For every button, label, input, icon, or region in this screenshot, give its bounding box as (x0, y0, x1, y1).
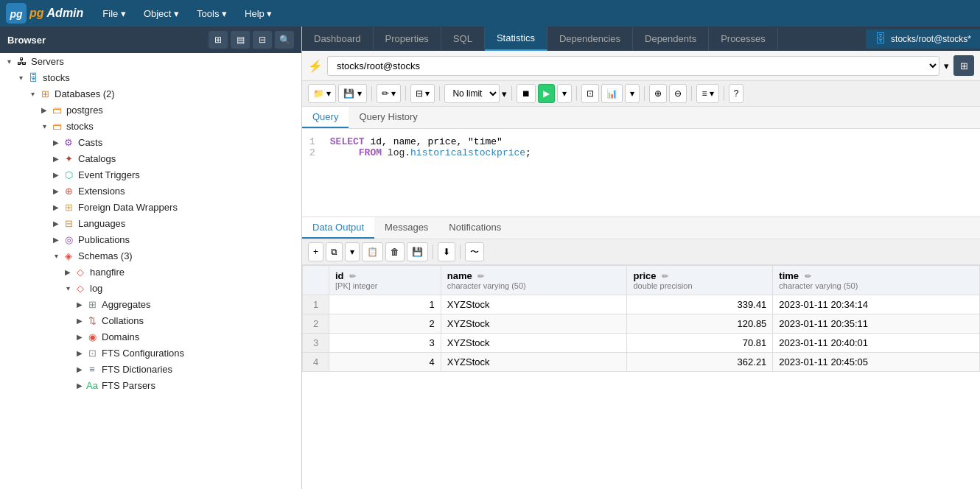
copy-btn[interactable]: ⧉ (326, 242, 343, 261)
results-tab-messages[interactable]: Messages (374, 217, 438, 239)
expand-stocks-server: ▾ (15, 74, 27, 82)
tree-item-foreign-data-wrappers[interactable]: ▶ ⊞ Foreign Data Wrappers (0, 199, 301, 215)
results-sep-2 (460, 245, 461, 259)
tab-processes[interactable]: Processes (709, 27, 778, 50)
cell-time-4[interactable]: 2023-01-11 20:45:05 (773, 353, 980, 372)
header-id: id ✏ [PK] integer (329, 266, 441, 295)
paste-btn[interactable]: 📋 (362, 242, 383, 261)
tree-item-domains[interactable]: ▶ ◉ Domains (0, 328, 301, 345)
delete-btn[interactable]: 🗑 (385, 242, 405, 261)
save-btn[interactable]: 💾 ▾ (338, 84, 366, 103)
menu-tools[interactable]: Tools ▾ (189, 5, 234, 22)
tree-item-casts[interactable]: ▶ ⚙ Casts (0, 134, 301, 150)
name-edit-icon[interactable]: ✏ (477, 272, 484, 281)
tree-item-hangfire[interactable]: ▶ ◇ hangfire (0, 264, 301, 280)
connection-select[interactable]: stocks/root@stocks (327, 56, 939, 76)
connection-action-btn[interactable]: ⊞ (953, 55, 974, 76)
tree-item-fts-dictionaries[interactable]: ▶ ≡ FTS Dictionaries (0, 361, 301, 377)
schemas-icon: ◈ (62, 249, 75, 262)
query-tab-query[interactable]: Query (302, 107, 349, 128)
menu-object[interactable]: Object ▾ (136, 5, 186, 22)
cell-time-3[interactable]: 2023-01-11 20:40:01 (773, 334, 980, 353)
macros-btn[interactable]: ≡ ▾ (696, 84, 718, 103)
run-btn[interactable]: ▶ (538, 84, 555, 103)
run-options-btn[interactable]: ▾ (557, 84, 572, 103)
results-tab-notifications[interactable]: Notifications (438, 217, 511, 239)
cell-time-2[interactable]: 2023-01-11 20:35:11 (773, 314, 980, 334)
stop-btn[interactable]: ⏹ (517, 84, 536, 103)
browser-icon-search[interactable]: 🔍 (275, 31, 294, 49)
tree-item-schemas[interactable]: ▾ ◈ Schemas (3) (0, 247, 301, 264)
code-schema: log.historicalstockprice; (382, 147, 531, 158)
tree-item-languages[interactable]: ▶ ⊟ Languages (0, 215, 301, 231)
tab-properties[interactable]: Properties (374, 27, 441, 50)
save-data-btn[interactable]: 💾 (407, 242, 428, 261)
menu-help[interactable]: Help ▾ (237, 5, 279, 22)
rollback-btn[interactable]: ⊖ (669, 84, 687, 103)
data-table: id ✏ [PK] integer name ✏ character varyi… (302, 265, 980, 372)
explain-analyze-btn[interactable]: 📊 (601, 84, 623, 103)
results-tab-data-output[interactable]: Data Output (302, 217, 374, 239)
tab-bar: Dashboard Properties SQL Statistics Depe… (302, 27, 980, 51)
cell-name-2[interactable]: XYZStock (441, 314, 627, 334)
cell-id-1[interactable]: 1 (329, 295, 441, 314)
help-btn[interactable]: ? (729, 84, 744, 103)
tree-item-stocks-db[interactable]: ▾ 🗃 stocks (0, 118, 301, 134)
download-csv-btn[interactable]: ⬇ (438, 242, 455, 261)
browser-icon-connect[interactable]: ⊞ (209, 31, 228, 49)
price-edit-icon[interactable]: ✏ (662, 272, 668, 281)
query-editor[interactable]: 1 SELECT id, name, price, "time" 2 FROM … (302, 129, 980, 217)
cell-id-2[interactable]: 2 (329, 314, 441, 334)
cell-price-2[interactable]: 120.85 (627, 314, 773, 334)
limit-select[interactable]: No limit1000500100 (444, 84, 500, 103)
cell-price-4[interactable]: 362.21 (627, 353, 773, 372)
cell-price-1[interactable]: 339.41 (627, 295, 773, 314)
cell-name-1[interactable]: XYZStock (441, 295, 627, 314)
table-header: id ✏ [PK] integer name ✏ character varyi… (303, 266, 980, 295)
tree-item-aggregates[interactable]: ▶ ⊞ Aggregates (0, 296, 301, 312)
cell-name-3[interactable]: XYZStock (441, 334, 627, 353)
expand-aggregates: ▶ (74, 300, 85, 309)
tree-item-fts-configurations[interactable]: ▶ ⊡ FTS Configurations (0, 345, 301, 361)
tree-item-servers[interactable]: ▾ 🖧 Servers (0, 53, 301, 69)
tree-item-databases[interactable]: ▾ ⊞ Databases (2) (0, 85, 301, 102)
tree-item-catalogs[interactable]: ▶ ✦ Catalogs (0, 150, 301, 166)
expand-fts-parsers: ▶ (74, 381, 85, 390)
domains-icon: ◉ (85, 330, 99, 343)
cell-price-3[interactable]: 70.81 (627, 334, 773, 353)
cell-id-4[interactable]: 4 (329, 353, 441, 372)
edit-btn[interactable]: ✏ ▾ (377, 84, 401, 103)
browser-icon-table[interactable]: ▤ (231, 31, 250, 49)
tree-item-collations[interactable]: ▶ ⇅ Collations (0, 312, 301, 328)
cell-id-3[interactable]: 3 (329, 334, 441, 353)
tab-dependencies[interactable]: Dependencies (547, 27, 633, 50)
filter-btn[interactable]: ⊟ ▾ (410, 84, 435, 103)
explain-btn[interactable]: ⊡ (581, 84, 599, 103)
id-edit-icon[interactable]: ✏ (349, 272, 356, 281)
graph-btn[interactable]: 〜 (465, 242, 484, 261)
tree-item-publications[interactable]: ▶ ◎ Publications (0, 231, 301, 247)
svg-text:pg: pg (9, 8, 23, 20)
tree-item-log[interactable]: ▾ ◇ log (0, 280, 301, 296)
tab-sql[interactable]: SQL (441, 27, 485, 50)
cell-name-4[interactable]: XYZStock (441, 353, 627, 372)
open-file-btn[interactable]: 📁 ▾ (308, 84, 336, 103)
copy-options-btn[interactable]: ▾ (345, 242, 360, 261)
query-tab-history[interactable]: Query History (349, 107, 427, 128)
tree-item-stocks-server[interactable]: ▾ 🗄 stocks (0, 69, 301, 85)
tab-dependents[interactable]: Dependents (633, 27, 709, 50)
extensions-icon: ⊕ (62, 184, 75, 197)
tab-dashboard[interactable]: Dashboard (302, 27, 374, 50)
tree-item-extensions[interactable]: ▶ ⊕ Extensions (0, 183, 301, 199)
time-edit-icon[interactable]: ✏ (805, 272, 811, 281)
browser-icon-filter[interactable]: ⊟ (253, 31, 272, 49)
tree-item-event-triggers[interactable]: ▶ ⬡ Event Triggers (0, 166, 301, 183)
explain-options-btn[interactable]: ▾ (625, 84, 640, 103)
add-row-btn[interactable]: + (308, 242, 323, 261)
cell-time-1[interactable]: 2023-01-11 20:34:14 (773, 295, 980, 314)
menu-file[interactable]: File ▾ (95, 5, 133, 22)
tree-item-fts-parsers[interactable]: ▶ Aa FTS Parsers (0, 377, 301, 393)
tree-item-postgres[interactable]: ▶ 🗃 postgres (0, 102, 301, 118)
tab-statistics[interactable]: Statistics (485, 27, 547, 51)
commit-btn[interactable]: ⊕ (649, 84, 667, 103)
